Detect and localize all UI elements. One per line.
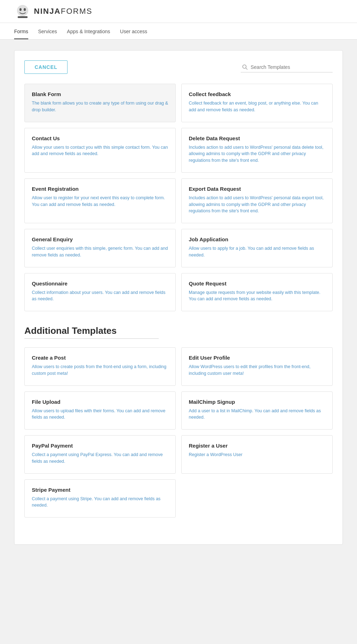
additional-templates-grid: Create a Post Allow users to create post…	[24, 347, 333, 518]
template-card-title: Delete Data Request	[189, 135, 325, 141]
additional-template-card-desc: Collect a payment using Stripe. You can …	[32, 496, 168, 509]
additional-template-card[interactable]: MailChimp Signup Add a user to a list in…	[181, 391, 333, 430]
additional-template-card-desc: Add a user to a list in MailChimp. You c…	[189, 408, 325, 421]
nav-item-services[interactable]: Services	[38, 23, 57, 39]
template-card-desc: Allow your users to contact you with thi…	[32, 144, 168, 158]
additional-template-card[interactable]: Create a Post Allow users to create post…	[24, 347, 176, 386]
header: NINJAFORMS	[0, 0, 357, 23]
template-card-desc: Collect feedback for an event, blog post…	[189, 100, 325, 113]
main-templates-grid: Blank Form The blank form allows you to …	[24, 84, 333, 311]
additional-template-card-title: Create a Post	[32, 355, 168, 361]
template-card-title: Contact Us	[32, 135, 168, 141]
template-card[interactable]: Questionnaire Collect information about …	[24, 273, 176, 312]
template-card-title: Job Application	[189, 236, 325, 242]
template-card-desc: Allow users to apply for a job. You can …	[189, 245, 325, 259]
additional-templates-section: Additional Templates Create a Post Allow…	[24, 325, 333, 518]
main-nav: Forms Services Apps & Integrations User …	[0, 23, 357, 40]
ninja-forms-logo-icon	[14, 4, 31, 18]
section-divider	[24, 338, 159, 339]
additional-template-card[interactable]: File Upload Allow users to upload files …	[24, 391, 176, 430]
empty-card	[181, 479, 333, 518]
additional-template-card-desc: Allow users to upload files with their f…	[32, 408, 168, 421]
additional-template-card[interactable]: Stripe Payment Collect a payment using S…	[24, 479, 176, 518]
template-card-desc: Includes action to add users to WordPres…	[189, 195, 325, 214]
search-input[interactable]	[251, 64, 331, 70]
search-icon	[242, 64, 248, 70]
template-card-desc: Manage quote requests from your website …	[189, 289, 325, 303]
additional-templates-title: Additional Templates	[24, 325, 333, 336]
template-card-desc: Collect information about your users. Yo…	[32, 289, 168, 303]
svg-point-1	[19, 8, 22, 11]
template-card-desc: Includes action to add users to WordPres…	[189, 144, 325, 164]
nav-item-user-access[interactable]: User access	[120, 23, 147, 39]
nav-item-apps[interactable]: Apps & Integrations	[67, 23, 110, 39]
additional-template-card[interactable]: Register a User Register a WordPress Use…	[181, 435, 333, 474]
additional-template-card[interactable]: PayPal Payment Collect a payment using P…	[24, 435, 176, 474]
logo: NINJAFORMS	[14, 4, 92, 18]
templates-panel: CANCEL Blank Form The blank form allows …	[14, 50, 343, 545]
additional-template-card-title: Edit User Profile	[189, 355, 325, 361]
additional-template-card-title: PayPal Payment	[32, 443, 168, 449]
svg-rect-3	[18, 16, 28, 18]
cancel-button[interactable]: CANCEL	[24, 60, 68, 74]
logo-text: NINJAFORMS	[34, 7, 92, 16]
template-card-title: Event Registration	[32, 186, 168, 192]
additional-template-card-title: Register a User	[189, 443, 325, 449]
template-card-desc: The blank form allows you to create any …	[32, 100, 168, 113]
template-card-title: Blank Form	[32, 91, 168, 97]
template-card-title: Collect feedback	[189, 91, 325, 97]
template-card-desc: Collect user enquiries with this simple,…	[32, 245, 168, 259]
template-card[interactable]: Quote Request Manage quote requests from…	[181, 273, 333, 312]
additional-template-card-desc: Register a WordPress User	[189, 451, 325, 458]
additional-template-card-desc: Allow users to create posts from the fro…	[32, 364, 168, 377]
additional-template-card[interactable]: Edit User Profile Allow WordPress users …	[181, 347, 333, 386]
additional-template-card-desc: Allow WordPress users to edit their prof…	[189, 364, 325, 377]
top-bar: CANCEL	[24, 60, 333, 74]
template-card[interactable]: Blank Form The blank form allows you to …	[24, 84, 176, 122]
template-card-title: Quote Request	[189, 280, 325, 286]
svg-line-5	[246, 68, 247, 69]
template-card[interactable]: Event Registration Allow user to registe…	[24, 178, 176, 223]
search-box	[241, 62, 333, 72]
template-card[interactable]: Contact Us Allow your users to contact y…	[24, 128, 176, 173]
template-card[interactable]: Job Application Allow users to apply for…	[181, 229, 333, 267]
additional-template-card-title: Stripe Payment	[32, 487, 168, 493]
template-card[interactable]: Delete Data Request Includes action to a…	[181, 128, 333, 173]
additional-template-card-desc: Collect a payment using PayPal Express. …	[32, 451, 168, 465]
additional-template-card-title: File Upload	[32, 399, 168, 405]
svg-point-0	[17, 5, 28, 16]
template-card-title: General Enquiry	[32, 236, 168, 242]
svg-point-2	[24, 8, 26, 11]
nav-item-forms[interactable]: Forms	[14, 23, 28, 39]
template-card-title: Questionnaire	[32, 280, 168, 286]
additional-template-card-title: MailChimp Signup	[189, 399, 325, 405]
template-card[interactable]: Export Data Request Includes action to a…	[181, 178, 333, 223]
template-card[interactable]: Collect feedback Collect feedback for an…	[181, 84, 333, 122]
template-card-title: Export Data Request	[189, 186, 325, 192]
template-card[interactable]: General Enquiry Collect user enquiries w…	[24, 229, 176, 267]
template-card-desc: Allow user to register for your next eve…	[32, 195, 168, 208]
main-content: CANCEL Blank Form The blank form allows …	[0, 40, 357, 555]
